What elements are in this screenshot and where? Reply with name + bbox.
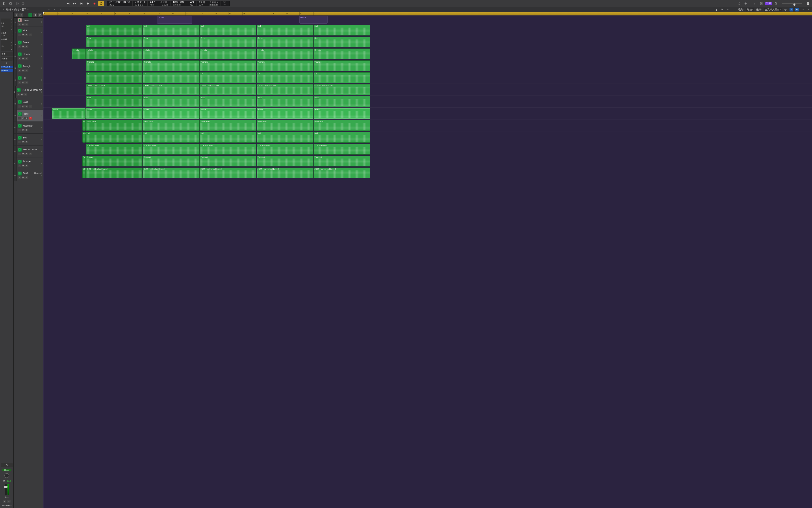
midi-region[interactable]: JX03 - old school brass1 — [314, 168, 370, 178]
bar-ruler[interactable]: 23456789101112131415161718192021 — [43, 12, 812, 15]
midi-region[interactable]: GUIRO VIBRASLAP — [143, 84, 199, 95]
plugin-slot-1[interactable]: FF Pro-L 2 — [1, 66, 13, 68]
lcd-varispeed[interactable]: 仅速度 +0.00% — [158, 1, 170, 6]
midi-region[interactable]: Hi hats — [200, 48, 256, 59]
midi-region[interactable]: Snare — [314, 37, 370, 47]
midi-region[interactable]: Snare — [200, 37, 256, 47]
midi-region[interactable]: Bell — [82, 132, 86, 143]
lcd-tempo[interactable]: 100.0000 保留速度 — [171, 1, 188, 6]
lcd-locators[interactable]: 2 3 2 1 22 1 1 1 — [133, 1, 148, 6]
drag-mode-select[interactable]: 交叉渐入渐出 — [764, 8, 781, 11]
arrange-lane[interactable]: KickKickKickKickKick — [43, 24, 812, 36]
folder-region[interactable]: Drums — [299, 16, 328, 24]
track-m-button[interactable]: M — [21, 69, 25, 72]
midi-region[interactable]: Piano — [314, 108, 370, 119]
track-m-button[interactable]: M — [21, 23, 25, 26]
midi-region[interactable]: Bell — [200, 132, 256, 143]
midi-region[interactable]: Triangle — [143, 60, 199, 71]
track-h-button[interactable]: H — [18, 57, 21, 60]
track-header[interactable]: 11BellHMS — [14, 134, 43, 145]
track-header[interactable]: 4Hi hatsHMS — [14, 50, 43, 62]
track-s-button[interactable]: S — [25, 23, 29, 26]
track-h-button[interactable]: H — [18, 176, 21, 179]
track-header[interactable]: 10Music BoxHMS — [14, 122, 43, 134]
add-track-button[interactable]: + — [14, 13, 18, 17]
midi-region[interactable]: Bell — [86, 132, 143, 143]
inspector-param-row[interactable] — [1, 18, 13, 22]
midi-region[interactable]: Snare — [86, 37, 143, 47]
track-name-label[interactable]: Hi hats — [23, 53, 30, 55]
master-volume-slider[interactable] — [782, 3, 802, 4]
automation-trim-icon[interactable]: ⌁ — [53, 8, 56, 11]
inspector-param-row[interactable] — [1, 48, 13, 51]
midi-region[interactable]: Trumpet — [314, 156, 370, 166]
track-r-button[interactable]: R — [29, 153, 32, 155]
plugin-slot-2[interactable]: Ozone 8 — [1, 69, 13, 72]
pencil-tool-icon[interactable]: ✎ — [720, 8, 724, 11]
track-r-button[interactable]: R — [29, 117, 32, 120]
track-header[interactable]: 1▾DrumsHMS — [14, 17, 43, 27]
edit-menu[interactable]: 编辑 — [6, 8, 13, 11]
arrange-lane[interactable]: GUIRO VIBRASLAPGUIRO VIBRASLAPGUIRO VIBR… — [43, 84, 812, 96]
arrange-lane[interactable]: MuMusic BoxMusic BoxMusic BoxMusic BoxMu… — [43, 120, 812, 131]
track-name-label[interactable]: FX — [23, 77, 26, 79]
lcd-position[interactable]: 01:00:03:18.60 2 3 2 — [107, 1, 133, 6]
automation-read-button[interactable]: Read — [2, 469, 11, 471]
arrange-lane[interactable]: BassBassBassBassBass — [43, 96, 812, 108]
midi-region[interactable]: Trumpet — [86, 156, 143, 166]
ruler-bar-marker[interactable]: 19 — [285, 12, 288, 15]
solo-lock-button[interactable]: S — [752, 1, 757, 6]
view-menu[interactable]: 显示 — [21, 8, 29, 11]
midi-region[interactable]: Bell — [314, 132, 370, 143]
track-s-button[interactable]: S — [25, 129, 29, 131]
midi-region[interactable]: Bass — [143, 96, 199, 107]
library-toggle-button[interactable] — [1, 1, 7, 6]
midi-region[interactable]: Bell — [143, 132, 199, 143]
midi-region[interactable]: Mu — [82, 120, 86, 131]
arrange-area[interactable]: 23456789101112131415161718192021 DrumsDr… — [43, 12, 812, 508]
track-name-label[interactable]: Snare — [23, 41, 29, 44]
midi-region[interactable]: Kick — [86, 25, 143, 36]
track-s-button[interactable]: S — [25, 105, 29, 108]
midi-region[interactable]: Hi hats — [143, 48, 199, 59]
midi-region[interactable]: Hi hats — [314, 48, 370, 59]
midi-region[interactable]: Kick — [314, 25, 370, 36]
arrange-lane[interactable]: JX0JX03 - old school brass1JX03 - old sc… — [43, 167, 812, 179]
track-name-label[interactable]: GUIRO VIBRASLAP — [22, 89, 42, 91]
midi-region[interactable]: GUIRO VIBRASLAP — [314, 84, 370, 95]
midi-region[interactable]: Hi hats — [71, 48, 86, 59]
track-s-button[interactable]: S — [24, 93, 27, 96]
track-h-button[interactable]: H — [18, 81, 21, 84]
ruler-bar-marker[interactable]: 21 — [314, 12, 316, 15]
midi-region[interactable]: Hi hats — [86, 48, 143, 59]
midi-region[interactable]: THe lost wave — [143, 144, 199, 155]
track-header[interactable]: 9PianoHMSR — [14, 110, 43, 122]
midi-region[interactable]: Piano — [86, 108, 143, 119]
track-h-button[interactable]: H — [18, 45, 21, 48]
marquee-tool-icon[interactable]: ＋ — [726, 8, 730, 11]
track-s-button[interactable]: S — [25, 57, 29, 60]
arrange-lane[interactable]: THe lost waveTHe lost waveTHe lost waveT… — [43, 143, 812, 155]
bounce-label[interactable]: Bnce — [4, 496, 9, 498]
midi-region[interactable]: Trumpet — [200, 156, 256, 166]
global-hide-button[interactable]: H — [29, 13, 32, 17]
horizontal-auto-zoom-icon[interactable]: ⇔ — [795, 8, 799, 11]
inspector-param-row[interactable]: 2 GB — [1, 32, 13, 35]
arrange-lane[interactable]: TruTrumpetTrumpetTrumpetTrumpetTrumpet — [43, 155, 812, 167]
ruler-bar-marker[interactable]: 11 — [171, 12, 174, 15]
automation-select-icon[interactable]: ⁝ — [59, 8, 62, 11]
midi-region[interactable]: THe lost wave — [314, 144, 370, 155]
track-h-button[interactable]: H — [18, 141, 21, 143]
track-header[interactable]: 14JX03 - o...ol brass1HMS — [14, 169, 43, 181]
track-header[interactable]: 7GUIRO VIBRASLAPHMS — [14, 86, 43, 98]
track-m-button[interactable]: M — [21, 153, 25, 155]
zoom-fit-icon[interactable]: ⤢ — [801, 8, 805, 11]
track-h-button[interactable]: H — [18, 153, 21, 155]
midi-region[interactable]: Snare — [143, 37, 199, 47]
scissors-tool-button[interactable] — [21, 1, 27, 6]
track-h-button[interactable]: H — [18, 23, 21, 26]
midi-region[interactable]: JX03 - old school brass1 — [257, 168, 313, 178]
track-h-button[interactable]: H — [18, 129, 21, 131]
low-latency-button[interactable] — [743, 1, 748, 6]
functions-menu[interactable]: 功能 — [14, 8, 21, 11]
